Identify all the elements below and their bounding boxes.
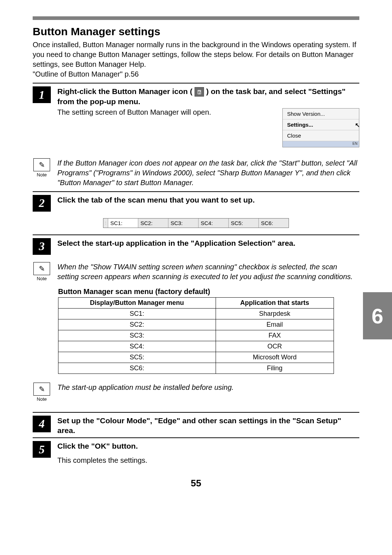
defaults-table: Display/Button Manager menu Application … [58, 297, 334, 374]
step-4-title: Set up the "Colour Mode", "Edge" and oth… [57, 416, 359, 436]
note-1: ✎ Note If the Button Manager icon does n… [33, 158, 359, 188]
table-head-1: Display/Button Manager menu [58, 297, 216, 308]
tab-sc1[interactable]: SC1: [108, 219, 138, 228]
scan-tabs: ⋮ SC1: SC2: SC3: SC4: SC5: SC6: [103, 218, 289, 228]
step-1-title: Right-click the Button Manager icon ( ⍰ … [57, 86, 359, 107]
step-1-title-a: Right-click the Button Manager icon ( [57, 87, 192, 95]
step-4: 4 Set up the "Colour Mode", "Edge" and o… [33, 412, 359, 438]
table-head-2: Application that starts [216, 297, 334, 308]
step-number: 2 [33, 195, 51, 212]
cell: FAX [216, 330, 334, 341]
page-number: 55 [33, 478, 359, 489]
note-1-text: If the Button Manager icon does not appe… [57, 158, 359, 188]
step-3: 3 Select the start-up application in the… [33, 234, 359, 257]
note-icon: ✎ [33, 383, 50, 396]
tab-sc4[interactable]: SC4: [199, 219, 229, 228]
intro-text: Once installed, Button Manager normally … [33, 40, 359, 79]
table-row: SC5:Microsoft Word [58, 352, 334, 363]
intro-reference: "Outline of Button Manager" p.56 [33, 70, 139, 78]
cursor-icon: ↖ [355, 122, 360, 128]
step-1: 1 Right-click the Button Manager icon ( … [33, 83, 359, 153]
note-label: Note [33, 396, 51, 402]
step-number: 4 [33, 416, 51, 432]
step-5-title: Click the "OK" button. [57, 441, 359, 451]
chapter-tab: 6 [363, 292, 392, 339]
cell: Sharpdesk [216, 308, 334, 319]
cell: OCR [216, 341, 334, 352]
cell: SC5: [58, 352, 216, 363]
cell: Filing [216, 363, 334, 374]
cell: SC2: [58, 319, 216, 330]
cell: Microsoft Word [216, 352, 334, 363]
tab-sc5[interactable]: SC5: [229, 219, 259, 228]
note-2: ✎ Note When the "Show TWAIN setting scre… [33, 262, 359, 282]
step-2: 2 Click the tab of the scan menu that yo… [33, 191, 359, 214]
note-label: Note [33, 276, 51, 281]
cell: SC1: [58, 308, 216, 319]
menu-settings-label: Settings... [287, 122, 313, 128]
menu-show-version[interactable]: Show Version... [283, 109, 359, 119]
cell: SC6: [58, 363, 216, 374]
menu-settings[interactable]: Settings... ↖ [283, 119, 359, 130]
button-manager-icon: ⍰ [195, 87, 204, 97]
table-row: SC4:OCR [58, 341, 334, 352]
step-number: 1 [33, 86, 51, 103]
step-5: 5 Click the "OK" button. This completes … [33, 437, 359, 466]
table-row: SC1:Sharpdesk [58, 308, 334, 319]
table-row: SC6:Filing [58, 363, 334, 374]
cell: SC3: [58, 330, 216, 341]
step-3-title: Select the start-up application in the "… [57, 238, 359, 248]
note-2-text: When the "Show TWAIN setting screen when… [57, 262, 359, 282]
note-icon: ✎ [33, 262, 50, 275]
table-title: Button Manager scan menu (factory defaul… [58, 287, 359, 296]
table-row: SC3:FAX [58, 330, 334, 341]
step-5-sub: This completes the settings. [57, 456, 359, 465]
page-title: Button Manager settings [33, 25, 359, 38]
intro-para: Once installed, Button Manager normally … [33, 41, 356, 68]
table-row: SC2:Email [58, 319, 334, 330]
cell: SC4: [58, 341, 216, 352]
note-label: Note [33, 172, 51, 177]
note-icon: ✎ [33, 158, 50, 171]
tab-sc2[interactable]: SC2: [138, 219, 168, 228]
note-3-text: The start-up application must be install… [57, 383, 359, 392]
header-rule [33, 16, 359, 20]
system-tray: EN [283, 141, 359, 147]
menu-close[interactable]: Close [283, 130, 359, 141]
note-3: ✎ Note The start-up application must be … [33, 383, 359, 402]
context-menu: Show Version... Settings... ↖ Close EN [282, 108, 359, 147]
tab-sc6[interactable]: SC6: [259, 219, 289, 228]
tab-handle: ⋮ [103, 219, 108, 228]
cell: Email [216, 319, 334, 330]
step-number: 3 [33, 238, 51, 255]
tab-sc3[interactable]: SC3: [168, 219, 199, 228]
step-2-title: Click the tab of the scan menu that you … [57, 195, 359, 205]
step-number: 5 [33, 441, 51, 458]
